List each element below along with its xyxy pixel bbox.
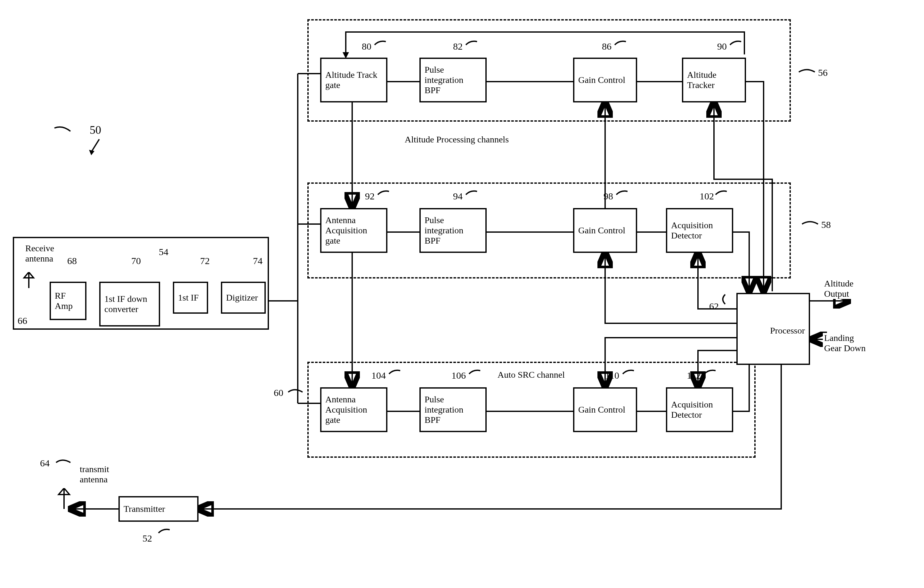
ch56-b4-label: Altitude Tracker [687, 70, 741, 90]
if-down-label: 1st IF down converter [104, 294, 155, 314]
if-ref: 72 [200, 255, 210, 266]
ch60-b2-ref: 106 [451, 370, 466, 381]
tx-antenna-label: transmit antenna [78, 464, 120, 484]
ch56-b3: Gain Control [573, 58, 637, 102]
ch56-ref: 56 [818, 67, 828, 78]
processor-box: Processor [736, 293, 810, 365]
rf-amp-label: RF Amp [55, 291, 81, 311]
ch60-ref: 60 [274, 387, 283, 398]
altitude-output-label: Altitude Output [823, 278, 871, 299]
transmit-antenna-icon [56, 488, 72, 511]
ch60-b1-label: Antenna Acquisition gate [325, 394, 382, 425]
ch60-b2: Pulse integration BPF [419, 387, 487, 432]
transmitter-box: Transmitter [119, 496, 198, 522]
ch60-b1-ref: 104 [371, 370, 386, 381]
ch56-b1: Altitude Track gate [320, 58, 388, 102]
ch58-b2-ref: 94 [453, 191, 463, 202]
figure-ref-arrow [86, 138, 106, 157]
ch58-b1-label: Antenna Acquisition gate [325, 215, 382, 246]
if-box: 1st IF [173, 282, 208, 314]
ch60-b4: Acquisition Detector [666, 387, 733, 432]
ch58-b2: Pulse integration BPF [419, 208, 487, 253]
ch56-b4: Altitude Tracker [682, 58, 746, 102]
if-down-box: 1st IF down converter [99, 282, 160, 326]
ch58-b1: Antenna Acquisition gate [320, 208, 388, 253]
ch60-b3-label: Gain Control [578, 405, 632, 415]
rf-amp-box: RF Amp [50, 282, 86, 320]
ch60-b2-label: Pulse integration BPF [424, 394, 482, 425]
ch58-b3-ref: 98 [604, 191, 613, 202]
tx-antenna-ref: 64 [40, 458, 50, 469]
transmitter-label: Transmitter [124, 504, 165, 514]
if-label: 1st IF [178, 293, 203, 303]
ch60-b3: Gain Control [573, 387, 637, 432]
digitizer-box: Digitizer [221, 282, 266, 314]
landing-gear-label: Landing Gear Down [823, 333, 871, 353]
ch56-b1-label: Altitude Track gate [325, 70, 382, 90]
ch60-b4-label: Acquisition Detector [671, 399, 728, 420]
processor-label: Processor [770, 326, 805, 336]
ch58-ref: 58 [821, 219, 831, 230]
receiver-label: Receive antenna [24, 243, 66, 264]
ch58-b4-ref: 102 [700, 191, 714, 202]
ch58-b4-label: Acquisition Detector [671, 220, 728, 241]
receiver-ref: 54 [159, 247, 168, 257]
rx-antenna-ref: 66 [18, 315, 27, 326]
ch58-b3: Gain Control [573, 208, 637, 253]
rf-amp-ref: 68 [67, 255, 77, 266]
ch58-b2-label: Pulse integration BPF [424, 215, 482, 246]
figure-ref: 50 [90, 123, 101, 137]
ch60-b4-ref: 112 [687, 370, 701, 381]
digitizer-label: Digitizer [226, 293, 261, 303]
ch58-b4: Acquisition Detector [666, 208, 733, 253]
section-label: Altitude Processing channels [403, 134, 510, 145]
ch60-label: Auto SRC channel [496, 370, 566, 380]
ch58-b1-ref: 92 [365, 191, 375, 202]
ch60-b3-ref: 110 [605, 370, 619, 381]
svg-line-23 [91, 139, 99, 152]
transmitter-ref: 52 [142, 533, 152, 544]
processor-ref: 62 [709, 301, 719, 312]
digitizer-ref: 74 [253, 255, 262, 266]
ch56-b3-label: Gain Control [578, 75, 632, 85]
ch56-b2: Pulse integration BPF [419, 58, 487, 102]
ch58-b3-label: Gain Control [578, 225, 632, 236]
ch56-b2-label: Pulse integration BPF [424, 65, 482, 96]
receive-antenna-icon [22, 272, 35, 288]
if-down-ref: 70 [131, 255, 141, 266]
ch60-b1: Antenna Acquisition gate [320, 387, 388, 432]
ch56-loop-arrow [320, 27, 747, 59]
